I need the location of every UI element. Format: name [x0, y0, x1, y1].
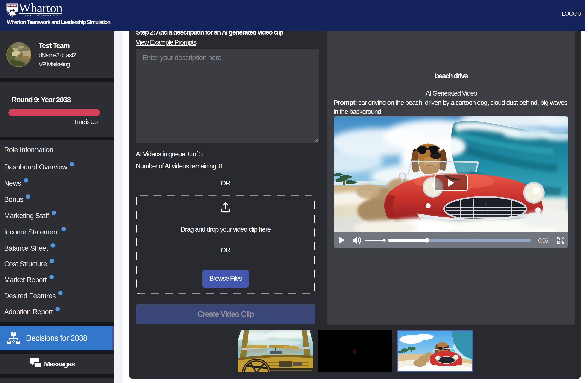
svg-text:?: ? — [12, 339, 15, 345]
